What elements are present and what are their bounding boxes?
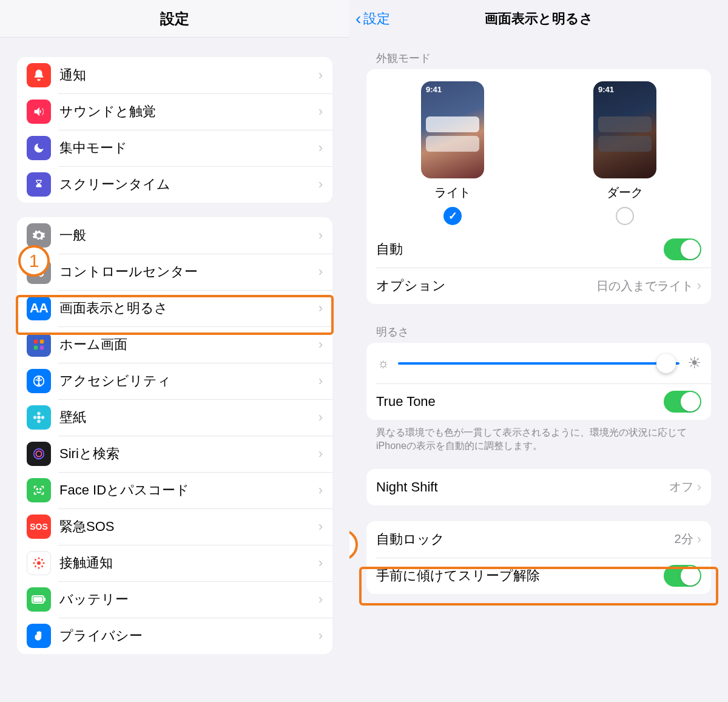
truetone-footer: 異なる環境でも色が一貫して表示されるように、環境光の状況に応じてiPhoneの表… bbox=[376, 426, 701, 453]
annotation-badge-1: 1 bbox=[18, 245, 50, 277]
settings-row-label: 通知 bbox=[59, 66, 318, 84]
sun-large-icon: ☀ bbox=[687, 354, 701, 373]
chevron-right-icon: › bbox=[318, 410, 323, 425]
row-value: 日の入までライト bbox=[596, 278, 693, 294]
display-brightness-pane: ‹ 設定 画面表示と明るさ 外観モード 9:41 ライト bbox=[349, 0, 728, 702]
settings-row-homescreen[interactable]: ホーム画面 › bbox=[17, 326, 332, 363]
settings-row-label: コントロールセンター bbox=[59, 263, 318, 281]
hand-icon bbox=[27, 624, 51, 648]
textsize-icon: AA bbox=[27, 296, 51, 320]
appearance-group: 9:41 ライト 9:41 ダーク bbox=[366, 69, 711, 304]
sos-icon: SOS bbox=[27, 515, 51, 539]
brightness-slider[interactable] bbox=[398, 362, 679, 365]
brightness-slider-row[interactable]: ☼ ☀ bbox=[366, 343, 711, 383]
settings-row-battery[interactable]: バッテリー › bbox=[17, 581, 332, 618]
svg-rect-6 bbox=[34, 346, 38, 349]
moon-icon bbox=[27, 136, 51, 160]
row-label: オプション bbox=[376, 277, 596, 295]
settings-row-label: ホーム画面 bbox=[59, 336, 318, 354]
row-label: 手前に傾けてスリープ解除 bbox=[376, 567, 664, 585]
svg-point-10 bbox=[37, 416, 41, 419]
gear-icon bbox=[27, 223, 51, 248]
settings-row-focus[interactable]: 集中モード › bbox=[17, 130, 332, 166]
settings-row-accessibility[interactable]: アクセシビリティ › bbox=[17, 363, 332, 399]
svg-point-24 bbox=[35, 559, 36, 561]
chevron-right-icon: › bbox=[697, 479, 701, 495]
svg-point-25 bbox=[41, 559, 43, 561]
toggle-switch[interactable] bbox=[664, 391, 701, 413]
appearance-auto-row[interactable]: 自動 bbox=[366, 231, 711, 268]
row-label: True Tone bbox=[376, 394, 664, 410]
autolock-row[interactable]: 自動ロック 2分 › bbox=[366, 521, 711, 558]
settings-row-display[interactable]: AA 画面表示と明るさ › bbox=[17, 290, 332, 326]
settings-row-label: プライバシー bbox=[59, 627, 318, 645]
chevron-right-icon: › bbox=[318, 373, 323, 389]
settings-row-control-center[interactable]: コントロールセンター › bbox=[17, 254, 332, 290]
nightshift-row[interactable]: Night Shift オフ › bbox=[366, 469, 711, 505]
autolock-group: 自動ロック 2分 › 手前に傾けてスリープ解除 bbox=[366, 521, 711, 594]
settings-row-general[interactable]: 一般 › bbox=[17, 217, 332, 254]
sound-icon bbox=[27, 100, 51, 124]
bell-icon bbox=[27, 63, 51, 87]
settings-row-screentime[interactable]: スクリーンタイム › bbox=[17, 166, 332, 203]
settings-row-label: スクリーンタイム bbox=[59, 175, 318, 194]
chevron-right-icon: › bbox=[318, 67, 323, 83]
svg-rect-4 bbox=[34, 340, 38, 343]
brightness-header: 明るさ bbox=[376, 325, 701, 339]
screenshot-root: 設定 通知 › サウンドと触覚 › bbox=[0, 0, 728, 702]
settings-row-label: バッテリー bbox=[59, 590, 318, 609]
row-label: 自動ロック bbox=[376, 530, 675, 548]
toggle-switch[interactable] bbox=[664, 565, 701, 587]
settings-row-faceid[interactable]: Face IDとパスコード › bbox=[17, 472, 332, 508]
back-button[interactable]: ‹ 設定 bbox=[356, 10, 390, 28]
chevron-right-icon: › bbox=[318, 592, 323, 607]
settings-row-sos[interactable]: SOS 緊急SOS › bbox=[17, 508, 332, 545]
settings-group-2: 一般 › コントロールセンター › AA 画面表示と明るさ › bbox=[17, 217, 332, 654]
settings-row-label: Siriと検索 bbox=[59, 445, 318, 463]
settings-title: 設定 bbox=[160, 9, 189, 29]
settings-row-label: 集中モード bbox=[59, 139, 318, 157]
row-value: オフ bbox=[669, 479, 693, 495]
appearance-label-light: ライト bbox=[434, 184, 471, 201]
appearance-preview-dark: 9:41 bbox=[593, 81, 656, 178]
svg-rect-7 bbox=[40, 346, 44, 349]
svg-point-26 bbox=[35, 565, 36, 567]
chevron-left-icon: ‹ bbox=[356, 10, 361, 27]
chevron-right-icon: › bbox=[318, 482, 323, 498]
appearance-header: 外観モード bbox=[376, 51, 701, 66]
settings-row-notifications[interactable]: 通知 › bbox=[17, 57, 332, 93]
settings-row-wallpaper[interactable]: 壁紙 › bbox=[17, 399, 332, 436]
raise-to-wake-row[interactable]: 手前に傾けてスリープ解除 bbox=[366, 558, 711, 594]
chevron-right-icon: › bbox=[318, 228, 323, 243]
toggle-switch[interactable] bbox=[664, 238, 701, 260]
radio-unchecked-icon[interactable] bbox=[616, 207, 634, 225]
svg-point-11 bbox=[37, 412, 41, 416]
svg-point-14 bbox=[41, 416, 45, 419]
settings-row-siri[interactable]: Siriと検索 › bbox=[17, 436, 332, 472]
appearance-preview-light: 9:41 bbox=[421, 81, 484, 178]
svg-point-22 bbox=[33, 562, 35, 564]
sun-small-icon: ☼ bbox=[376, 356, 391, 371]
settings-row-label: アクセシビリティ bbox=[59, 372, 318, 390]
settings-row-privacy[interactable]: プライバシー › bbox=[17, 618, 332, 654]
row-value: 2分 bbox=[675, 531, 693, 547]
exposure-icon bbox=[27, 551, 51, 575]
settings-group-1: 通知 › サウンドと触覚 › 集中モード › bbox=[17, 57, 332, 203]
appearance-option-light[interactable]: 9:41 ライト bbox=[398, 81, 507, 225]
settings-row-exposure[interactable]: 接触通知 › bbox=[17, 545, 332, 581]
svg-point-9 bbox=[38, 377, 40, 379]
truetone-row[interactable]: True Tone bbox=[366, 383, 711, 420]
settings-row-label: 接触通知 bbox=[59, 554, 318, 572]
svg-rect-29 bbox=[44, 598, 46, 601]
chevron-right-icon: › bbox=[318, 337, 323, 353]
settings-row-sound[interactable]: サウンドと触覚 › bbox=[17, 93, 332, 130]
radio-checked-icon[interactable] bbox=[443, 207, 462, 225]
svg-rect-5 bbox=[40, 340, 44, 343]
brightness-group: ☼ ☀ True Tone bbox=[366, 343, 711, 420]
appearance-options-row[interactable]: オプション 日の入までライト › bbox=[366, 268, 711, 304]
appearance-option-dark[interactable]: 9:41 ダーク bbox=[570, 81, 679, 225]
chevron-right-icon: › bbox=[318, 628, 323, 644]
svg-point-13 bbox=[33, 416, 37, 419]
svg-point-21 bbox=[38, 567, 40, 569]
detail-nav-bar: ‹ 設定 画面表示と明るさ bbox=[349, 0, 728, 38]
